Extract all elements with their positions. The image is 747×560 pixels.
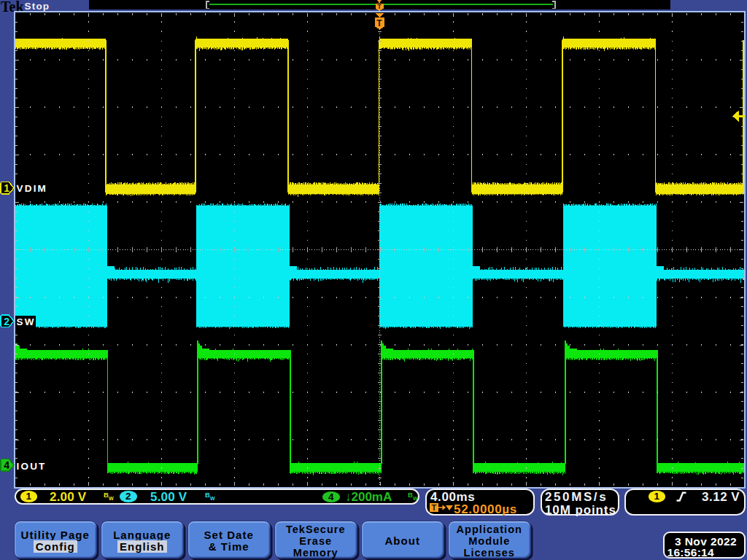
svg-text:VDIM: VDIM xyxy=(17,183,48,194)
svg-text:2: 2 xyxy=(4,316,9,327)
svg-text:SW: SW xyxy=(17,316,36,327)
svg-text:1: 1 xyxy=(4,182,9,194)
svg-text:4: 4 xyxy=(4,459,9,471)
svg-text:T: T xyxy=(377,3,382,10)
svg-text:IOUT: IOUT xyxy=(17,461,47,472)
svg-text:T: T xyxy=(376,18,382,28)
